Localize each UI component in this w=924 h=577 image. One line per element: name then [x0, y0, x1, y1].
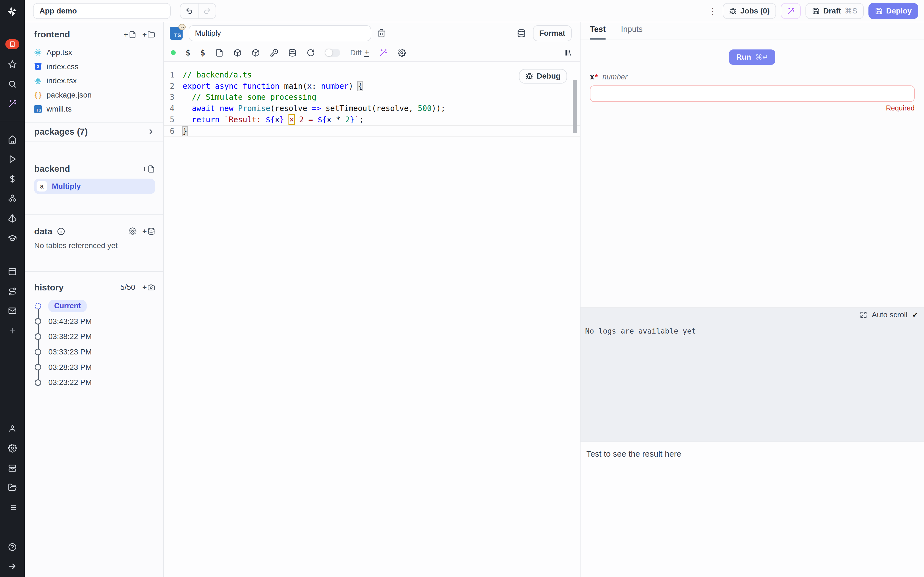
history-timestamp[interactable]: 03:28:23 PM [48, 363, 92, 372]
code-line[interactable]: 1// backend/a.ts [164, 69, 580, 81]
home-icon[interactable] [8, 135, 17, 144]
history-timestamp[interactable]: 03:43:23 PM [48, 317, 92, 326]
code-line[interactable]: 5 return `Result: ${x} × 2 = ${x * 2}`; [164, 114, 580, 126]
tab-test[interactable]: Test [590, 25, 606, 40]
library-icon[interactable] [564, 48, 572, 57]
expand-rail-arrow-icon[interactable] [8, 562, 17, 571]
no-tables-text: No tables referenced yet [34, 241, 155, 250]
ai-wand-icon[interactable] [379, 48, 388, 57]
database-icon[interactable] [288, 48, 296, 57]
file-item[interactable]: { } package.json [34, 88, 155, 102]
history-current-row[interactable]: Current [34, 298, 155, 314]
history-title: history [34, 282, 63, 293]
jobs-button[interactable]: Jobs (0) [723, 3, 776, 19]
folders-icon[interactable] [8, 483, 17, 492]
packages-row[interactable]: packages (7) [25, 122, 163, 142]
history-timestamp[interactable]: 03:23:22 PM [48, 378, 92, 387]
ai-wand-icon[interactable] [8, 99, 17, 108]
concurrency-dollar-icon[interactable]: $ [200, 48, 205, 57]
undo-button[interactable] [180, 3, 198, 18]
user-icon[interactable] [8, 424, 17, 433]
key-icon[interactable] [270, 48, 278, 57]
ai-assistant-button[interactable] [781, 3, 801, 19]
backend-script-multiply[interactable]: a Multiply [34, 179, 155, 194]
code-line[interactable]: 2export async function main(x: number) { [164, 81, 580, 92]
no-logs-text: No logs are available yet [580, 322, 924, 340]
file-item[interactable]: index.tsx [34, 74, 155, 88]
frontend-title: frontend [34, 29, 70, 40]
plus-minus-icon[interactable]: + [364, 48, 369, 57]
x-number-input[interactable] [590, 85, 915, 102]
info-icon[interactable] [57, 227, 65, 235]
history-entry[interactable]: 03:38:22 PM [34, 329, 155, 344]
schedules-calendar-icon[interactable] [8, 267, 17, 276]
test-form: Run ⌘↵ x* number Required [580, 40, 924, 112]
delete-script-button[interactable] [377, 29, 386, 38]
more-menu-kebab-icon[interactable]: ⋮ [707, 6, 718, 16]
add-folder-button[interactable]: + [142, 31, 155, 39]
workers-server-icon[interactable] [8, 464, 17, 472]
favorites-star-icon[interactable] [8, 60, 17, 68]
code-line-current[interactable]: 6} [164, 125, 580, 137]
tab-inputs[interactable]: Inputs [621, 25, 643, 40]
expand-icon[interactable] [860, 311, 867, 318]
file-item[interactable]: 3 index.css [34, 60, 155, 74]
script-name-input[interactable] [189, 25, 371, 41]
runs-play-icon[interactable] [8, 155, 17, 163]
current-app-icon[interactable] [5, 39, 19, 49]
test-panel-spacer [580, 112, 924, 308]
cache-dollar-icon[interactable]: $ [186, 48, 190, 57]
diff-toggle[interactable] [325, 48, 340, 57]
mail-icon[interactable] [8, 306, 17, 315]
pyramid-icon[interactable] [8, 214, 17, 223]
variables-dollar-icon[interactable] [8, 174, 17, 183]
learn-graduation-cap-icon[interactable] [8, 234, 17, 242]
script-file-icon[interactable] [215, 48, 224, 57]
editor-settings-gear-icon[interactable] [397, 48, 406, 57]
draft-button[interactable]: Draft ⌘S [806, 3, 864, 19]
history-entry[interactable]: 03:43:23 PM [34, 314, 155, 329]
code-line[interactable]: 4 await new Promise(resolve => setTimeou… [164, 103, 580, 114]
current-badge[interactable]: Current [48, 300, 87, 312]
run-button[interactable]: Run ⌘↵ [729, 50, 775, 65]
audit-list-icon[interactable] [8, 503, 17, 512]
autoscroll-label[interactable]: Auto scroll [872, 311, 908, 319]
history-timestamp[interactable]: 03:33:23 PM [48, 348, 92, 356]
field-name: x [590, 73, 594, 81]
add-database-button[interactable]: + [142, 227, 155, 235]
code-line[interactable]: 3 // Simulate some processing [164, 92, 580, 103]
file-item[interactable]: App.tsx [34, 46, 155, 60]
resources-cubes-icon[interactable] [8, 194, 17, 203]
add-file-button[interactable]: + [124, 31, 136, 39]
code-editor[interactable]: 1// backend/a.ts 2export async function … [164, 62, 580, 577]
add-item-plus-icon[interactable] [8, 326, 17, 335]
redo-button[interactable] [198, 3, 216, 18]
file-name: App.tsx [47, 48, 72, 57]
refresh-icon[interactable] [307, 48, 315, 57]
add-script-button[interactable]: + [142, 165, 155, 173]
check-icon[interactable]: ✔ [912, 311, 918, 319]
file-item[interactable]: TS wmill.ts [34, 102, 155, 116]
settings-gear-icon[interactable] [8, 444, 17, 453]
history-entry[interactable]: 03:23:22 PM [34, 375, 155, 390]
deploy-button[interactable]: Deploy [869, 3, 918, 19]
history-entry[interactable]: 03:33:23 PM [34, 344, 155, 359]
format-button[interactable]: Format [533, 25, 572, 41]
history-timestamp[interactable]: 03:38:22 PM [48, 332, 92, 341]
history-timeline: Current 03:43:23 PM 03:38:22 PM 03: [34, 298, 155, 390]
data-settings-button[interactable] [129, 227, 136, 235]
package2-icon[interactable] [252, 48, 260, 57]
search-icon[interactable] [8, 80, 17, 89]
topbar: ⋮ Jobs (0) Draft ⌘S Deploy [25, 0, 924, 22]
windmill-logo-icon[interactable] [6, 5, 18, 17]
file-name: package.json [47, 91, 92, 100]
help-icon[interactable] [8, 543, 17, 551]
history-entry[interactable]: 03:28:23 PM [34, 359, 155, 375]
add-snapshot-button[interactable]: + [142, 284, 155, 291]
debug-button[interactable]: Debug [519, 69, 567, 84]
package-icon[interactable] [233, 48, 242, 57]
editor-scrollbar[interactable] [573, 80, 577, 133]
app-name-input[interactable] [33, 3, 171, 19]
db-explorer-button[interactable] [517, 29, 526, 38]
routes-icon[interactable] [8, 287, 17, 296]
